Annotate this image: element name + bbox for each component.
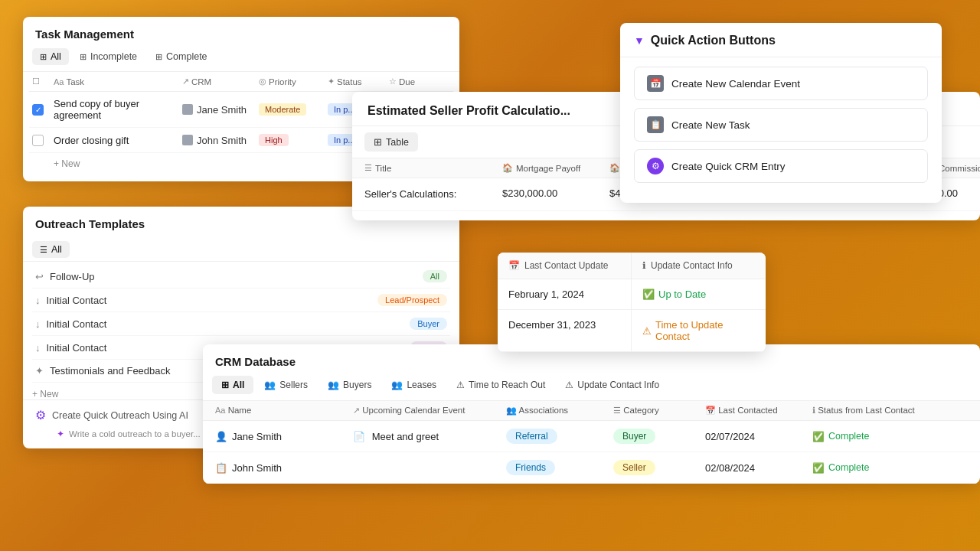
- ai-title: Create Quick Outreach Using AI: [52, 410, 188, 421]
- task-crm-2: John Smith: [182, 135, 259, 146]
- follow-up-icon: ↩: [35, 271, 44, 282]
- table-row: December 31, 2023 ⚠ Time to Update Conta…: [498, 310, 766, 352]
- ai-icon: ⚙: [35, 408, 46, 422]
- initial-contact-icon-1: ↓: [35, 295, 41, 306]
- crm-tab-sellers[interactable]: 👥 Sellers: [255, 376, 317, 394]
- crm-tab-update-contact[interactable]: ⚠ Update Contact Info: [556, 376, 668, 394]
- initial-contact-icon-3: ↓: [35, 342, 41, 354]
- table-row: 👤 Jane Smith 📄 Meet and greet Referral B…: [203, 421, 980, 452]
- list-item[interactable]: ↓ Initial Contact Buyer: [32, 312, 450, 336]
- cu-header-update-info: ℹ Update Contact Info: [632, 253, 766, 279]
- person-icon-john: 📋: [215, 462, 227, 474]
- sparkle-icon: ✦: [57, 429, 64, 439]
- list-item[interactable]: ↩ Follow-Up All: [32, 265, 450, 289]
- task-icon: 📋: [647, 116, 664, 133]
- crm-database-panel: CRM Database ⊞ All 👥 Sellers 👥 Buyers 👥 …: [203, 344, 980, 484]
- contact-update-rows: February 1, 2024 ✅ Up to Date December 3…: [498, 279, 766, 352]
- people-icon-buyers: 👥: [328, 380, 339, 390]
- tab-all[interactable]: ⊞ All: [32, 48, 69, 65]
- warning-icon-reach: ⚠: [456, 380, 465, 390]
- crm-category-2: Seller: [613, 460, 705, 475]
- crm-last-contacted-1: 02/07/2024: [705, 431, 812, 442]
- crm-name-2: 📋 John Smith: [215, 462, 353, 474]
- quick-action-panel: ▼ Quick Action Buttons 📅 Create New Cale…: [620, 23, 942, 203]
- crm-tab-all[interactable]: ⊞ All: [212, 376, 253, 394]
- crm-event-1: 📄 Meet and greet: [353, 431, 506, 442]
- cu-status-1: ✅ Up to Date: [632, 279, 766, 309]
- check-icon-john: ✅: [812, 462, 825, 474]
- cu-header-last-contact: 📅 Last Contact Update: [498, 253, 632, 279]
- task-name-2: Order closing gift: [54, 135, 182, 146]
- profit-tab-table[interactable]: ⊞ Table: [364, 132, 418, 152]
- people-icon-sellers: 👥: [264, 380, 276, 390]
- tab-incomplete-label: Incomplete: [90, 51, 137, 62]
- calendar-icon: 📅: [647, 75, 664, 92]
- testimonial-icon: ✦: [35, 365, 44, 377]
- cu-date-2: December 31, 2023: [498, 310, 632, 351]
- table-icon: ⊞: [374, 136, 382, 148]
- crm-tab-time-to-reach[interactable]: ⚠ Time to Reach Out: [447, 376, 554, 394]
- crm-assoc-2: Friends: [506, 460, 613, 475]
- crm-tab-leases[interactable]: 👥 Leases: [382, 376, 446, 394]
- create-crm-entry-button[interactable]: ⚙ Create Quick CRM Entry: [634, 149, 928, 183]
- table-row: 📋 John Smith Friends Seller 02/08/2024 ✅…: [203, 452, 980, 484]
- tab-complete-label: Complete: [166, 51, 207, 62]
- task-priority-1: Moderate: [259, 103, 328, 116]
- task-checkbox-1[interactable]: ✓: [32, 104, 44, 116]
- create-calendar-event-button[interactable]: 📅 Create New Calendar Event: [634, 67, 928, 100]
- tab-all-label: All: [51, 51, 61, 62]
- crm-tabs-row: ⊞ All 👥 Sellers 👥 Buyers 👥 Leases ⚠ Time…: [203, 376, 980, 401]
- cu-date-1: February 1, 2024: [498, 279, 632, 309]
- person-icon-jane: 👤: [215, 431, 227, 442]
- crm-icon: ⚙: [647, 158, 664, 174]
- task-col-headers: ☐ Aa Task ↗ CRM ◎ Priority ✦ Status ☆ Du…: [29, 72, 453, 92]
- check-icon-jane: ✅: [812, 431, 825, 442]
- crm-category-1: Buyer: [613, 429, 705, 444]
- qa-header: ▼ Quick Action Buttons: [620, 23, 942, 57]
- check-icon: ✅: [642, 289, 655, 300]
- list-item[interactable]: ↓ Initial Contact Lead/Prospect: [32, 289, 450, 312]
- task-name-1: Send copy of buyer agreement: [54, 98, 182, 121]
- task-priority-2: High: [259, 134, 328, 146]
- task-crm-1: Jane Smith: [182, 104, 259, 116]
- crm-col-headers: Aa Name ↗ Upcoming Calendar Event 👥 Asso…: [203, 401, 980, 421]
- contact-update-header: 📅 Last Contact Update ℹ Update Contact I…: [498, 253, 766, 279]
- create-new-task-button[interactable]: 📋 Create New Task: [634, 108, 928, 142]
- grid-icon: ⊞: [221, 380, 229, 390]
- contact-update-panel: 📅 Last Contact Update ℹ Update Contact I…: [498, 253, 766, 352]
- tab-complete[interactable]: ⊞ Complete: [148, 48, 215, 65]
- task-panel-title: Task Management: [23, 17, 459, 48]
- table-row: February 1, 2024 ✅ Up to Date: [498, 279, 766, 310]
- people-icon-leases: 👥: [391, 380, 403, 390]
- crm-status-1: ✅ Complete: [812, 431, 965, 442]
- calendar-icon: 📅: [508, 260, 520, 271]
- warning-icon: ⚠: [642, 325, 652, 337]
- crm-last-contacted-2: 02/08/2024: [705, 462, 812, 474]
- tab-incomplete[interactable]: ⊞ Incomplete: [72, 48, 145, 65]
- warning-icon-update: ⚠: [565, 380, 573, 390]
- task-tabs-row: ⊞ All ⊞ Incomplete ⊞ Complete: [23, 48, 459, 72]
- outreach-tab-all[interactable]: ☰ All: [32, 241, 70, 258]
- collapse-icon[interactable]: ▼: [634, 34, 645, 47]
- info-icon: ℹ: [642, 260, 646, 271]
- cu-status-2: ⚠ Time to Update Contact: [632, 310, 766, 351]
- initial-contact-icon-2: ↓: [35, 318, 41, 330]
- qa-buttons-group: 📅 Create New Calendar Event 📋 Create New…: [620, 57, 942, 192]
- task-checkbox-2[interactable]: [32, 135, 44, 146]
- crm-status-2: ✅ Complete: [812, 462, 965, 474]
- crm-name-1: 👤 Jane Smith: [215, 431, 353, 442]
- crm-assoc-1: Referral: [506, 429, 613, 444]
- event-icon-1: 📄: [353, 431, 365, 442]
- qa-title: Quick Action Buttons: [651, 34, 776, 47]
- crm-tab-buyers[interactable]: 👥 Buyers: [318, 376, 381, 394]
